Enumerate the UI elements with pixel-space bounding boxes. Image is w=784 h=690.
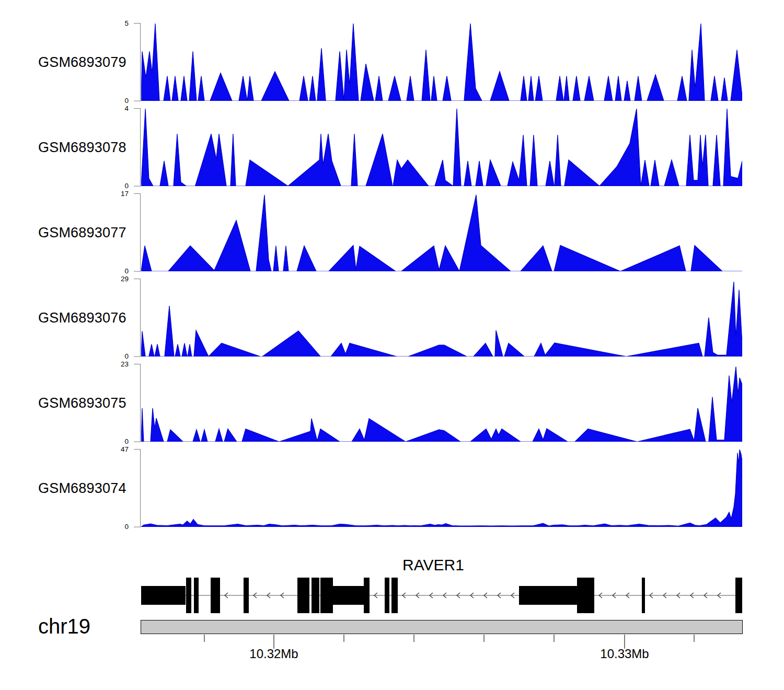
exon-box [385, 578, 389, 613]
y-axis-min-label: 0 [101, 438, 129, 446]
coverage-track: GSM6893074 47 0 [141, 450, 742, 527]
coverage-area [141, 24, 742, 101]
coverage-area [141, 109, 742, 186]
coverage-profile-svg [141, 109, 742, 186]
exon-box [391, 578, 398, 613]
exon-box [211, 578, 220, 613]
coverage-area [141, 367, 742, 442]
y-axis-line [132, 193, 141, 272]
genome-coverage-figure: GSM6893079 5 0 GSM6893078 4 0 GSM6893077… [0, 0, 784, 690]
y-axis-line [132, 23, 141, 101]
coverage-track: GSM6893079 5 0 [141, 24, 742, 101]
exon-box [519, 586, 577, 605]
gene-model-track [141, 575, 742, 618]
exon-box [577, 578, 594, 613]
y-axis-line [132, 449, 141, 527]
exon-box [141, 586, 186, 605]
exon-box [312, 578, 319, 613]
coverage-track: GSM6893077 17 0 [141, 194, 742, 271]
coverage-track: GSM6893076 29 0 [141, 279, 742, 356]
y-axis-max-label: 23 [101, 360, 129, 369]
y-axis-line [132, 279, 141, 357]
track-label: GSM6893076 [38, 279, 137, 356]
track-label: GSM6893078 [38, 109, 137, 186]
coverage-track: GSM6893078 4 0 [141, 109, 742, 186]
track-label: GSM6893075 [38, 364, 137, 442]
y-axis-min-label: 0 [101, 267, 129, 275]
y-axis-max-label: 17 [101, 190, 129, 198]
coverage-area [141, 195, 742, 271]
y-axis-max-label: 4 [101, 105, 129, 113]
exon-box [735, 578, 742, 613]
y-axis-line [132, 108, 141, 187]
coverage-profile-svg [141, 194, 742, 271]
y-axis-min-label: 0 [101, 97, 129, 105]
track-label: GSM6893079 [38, 24, 137, 101]
gene-name-label: RAVER1 [391, 556, 475, 574]
coverage-profile-svg [141, 24, 742, 101]
y-axis-max-label: 5 [101, 19, 129, 28]
coverage-profile-svg [141, 364, 742, 442]
exon-box [333, 586, 364, 605]
exon-box [642, 578, 645, 613]
exon-box [244, 578, 249, 613]
y-axis-min-label: 0 [101, 182, 129, 190]
coverage-area [141, 282, 742, 356]
coverage-profile-svg [141, 450, 742, 527]
exon-box [186, 578, 191, 613]
axis-tick-label: 10.32Mb [235, 647, 313, 661]
y-axis-max-label: 47 [101, 445, 129, 454]
axis-tick-label: 10.33Mb [585, 647, 664, 661]
chromosome-bar [141, 620, 743, 634]
y-axis-min-label: 0 [101, 352, 129, 361]
coverage-track: GSM6893075 23 0 [141, 364, 742, 442]
coverage-area [141, 450, 742, 527]
coverage-profile-svg [141, 279, 742, 356]
y-axis-line [132, 364, 141, 442]
exon-box [320, 578, 333, 613]
chromosome-label: chr19 [38, 615, 90, 638]
y-axis-max-label: 29 [101, 275, 129, 283]
exon-box [364, 578, 370, 613]
track-label: GSM6893077 [38, 194, 137, 271]
y-axis-min-label: 0 [101, 523, 129, 531]
exon-box [194, 578, 199, 613]
exon-box [297, 578, 309, 613]
track-label: GSM6893074 [38, 450, 137, 527]
